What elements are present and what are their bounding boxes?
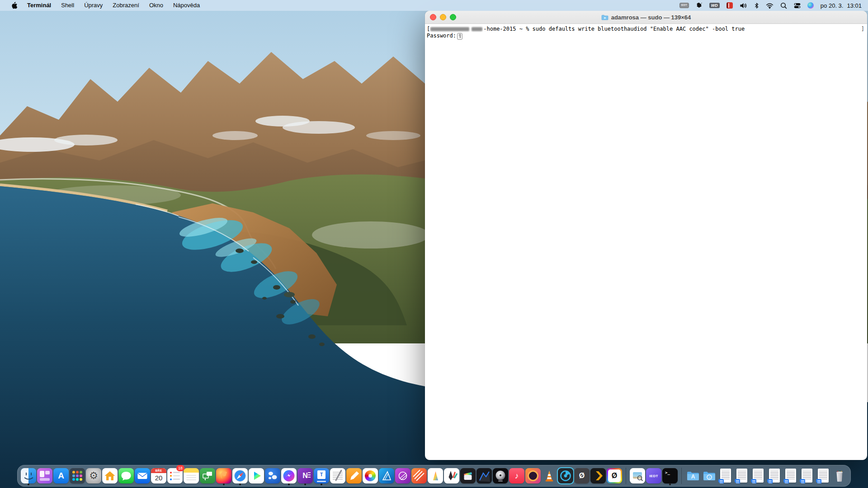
play-triangle-icon: [249, 468, 264, 483]
speed-gauge-icon: [558, 468, 573, 483]
dock-plex[interactable]: [590, 467, 606, 485]
terminal-content[interactable]: [-home-2015 ~ % sudo defaults write blue…: [425, 24, 867, 40]
siri-icon[interactable]: [807, 0, 814, 11]
dock-textedit[interactable]: [330, 467, 345, 485]
dock-trash[interactable]: [832, 467, 847, 485]
dock-affinity-designer[interactable]: [379, 467, 394, 485]
password-key-cursor: [457, 33, 462, 40]
clock-time: 13:01: [847, 2, 862, 9]
gear-icon: ⚙: [86, 468, 101, 483]
wifi-icon[interactable]: [766, 0, 774, 11]
control-center-icon[interactable]: [794, 0, 801, 11]
dock-calendar[interactable]: BŘE 20: [151, 467, 166, 485]
dock-play-app[interactable]: [249, 467, 264, 485]
terminal-window[interactable]: adamrosa — sudo — 139×64 [-home-2015 ~ %…: [425, 11, 867, 460]
zoom-button[interactable]: [450, 14, 456, 20]
plex-chevron-icon: [590, 468, 606, 483]
dock-document[interactable]: [799, 467, 815, 485]
dock-pages[interactable]: [346, 467, 362, 485]
terminal-password-line: Password:: [427, 33, 865, 40]
minimize-button[interactable]: [440, 14, 446, 20]
menu-shell[interactable]: Shell: [56, 0, 79, 11]
dock-preview[interactable]: [630, 467, 645, 485]
dock-photos[interactable]: [363, 467, 378, 485]
terminal-command-line: [-home-2015 ~ % sudo defaults write blue…: [427, 26, 865, 33]
text-document-icon: T: [314, 468, 329, 483]
dock-remote-desktop-app[interactable]: [200, 467, 215, 485]
dock-globe-browser-app[interactable]: [265, 467, 280, 485]
dock-downloads-folder[interactable]: ↓: [702, 467, 717, 485]
dock-disc-utility-app[interactable]: [493, 467, 508, 485]
dock-reminders[interactable]: 18: [167, 467, 183, 485]
dock-affinity-photo[interactable]: [395, 467, 410, 485]
o-slash-rainbow-icon: Ø: [607, 468, 622, 483]
dock-firefox[interactable]: [216, 467, 231, 485]
dock-pixelmator[interactable]: [428, 467, 443, 485]
dock-o-slash-light-app[interactable]: Ø: [607, 467, 622, 485]
dock-applications-folder[interactable]: A: [685, 467, 701, 485]
red-app-menubar-icon[interactable]: [726, 0, 733, 11]
dock-mail[interactable]: [135, 467, 150, 485]
remote-windows-icon: [200, 468, 215, 483]
dock-dark-angular-app[interactable]: [476, 467, 492, 485]
key-icon: [458, 34, 462, 38]
dock-pen-tool-app[interactable]: [444, 467, 459, 485]
home-icon: [102, 468, 118, 483]
dock-vlc[interactable]: [542, 467, 557, 485]
dock-finder[interactable]: [21, 467, 36, 485]
menubar-clock[interactable]: po 20. 3. 13:01: [821, 2, 862, 9]
dock-lens-app[interactable]: [525, 467, 541, 485]
dock-safari[interactable]: [232, 467, 248, 485]
dock-text-editor-app[interactable]: T: [314, 467, 329, 485]
menu-okno[interactable]: Okno: [144, 0, 168, 11]
menu-app-name[interactable]: Terminál: [22, 0, 56, 11]
menu-napoveda[interactable]: Nápověda: [168, 0, 205, 11]
password-prompt: Password:: [427, 33, 456, 39]
dock-document[interactable]: [734, 467, 750, 485]
dock-terminal[interactable]: >_: [662, 467, 678, 485]
dock-document[interactable]: [718, 467, 733, 485]
dock-window-tiles-app[interactable]: [37, 467, 52, 485]
dock-document[interactable]: [750, 467, 766, 485]
dock-iedt-app[interactable]: IEDT: [646, 467, 661, 485]
dock-onenote[interactable]: N: [297, 467, 313, 485]
dock-music[interactable]: ♪: [509, 467, 524, 485]
dock-separator: [681, 468, 682, 484]
splashtop-icon[interactable]: [696, 0, 703, 11]
terminal-titlebar[interactable]: adamrosa — sudo — 139×64: [425, 11, 867, 24]
dock: A ⚙ BŘE 20 18 N T: [17, 465, 851, 487]
photos-flower-icon: [363, 468, 378, 483]
apple-menu-icon[interactable]: [6, 1, 22, 9]
dock-launchpad[interactable]: [70, 467, 85, 485]
calendar-icon: BŘE 20: [151, 468, 166, 483]
menu-bar: Terminál Shell Úpravy Zobrazení Okno Náp…: [0, 0, 868, 11]
bluetooth-icon[interactable]: [754, 0, 759, 11]
dock-system-preferences[interactable]: ⚙: [86, 467, 101, 485]
dock-home[interactable]: [102, 467, 118, 485]
menu-zobrazeni[interactable]: Zobrazení: [108, 0, 144, 11]
dock-document[interactable]: [783, 467, 798, 485]
dock-messages[interactable]: [118, 467, 134, 485]
dock-o-slash-dark-app[interactable]: Ø: [574, 467, 590, 485]
clock-date: po 20. 3.: [821, 2, 844, 9]
dock-gauge-app[interactable]: [558, 467, 573, 485]
iedt-app-icon: IEDT: [646, 468, 661, 483]
menu-bar-status: IEDT WD po 20. 3. 13:01: [679, 0, 868, 11]
dock-document[interactable]: [816, 467, 831, 485]
dock-messenger[interactable]: [281, 467, 297, 485]
dock-affinity-publisher[interactable]: [411, 467, 427, 485]
menu-upravy[interactable]: Úpravy: [79, 0, 108, 11]
terminal-mark-close: ]: [861, 26, 864, 33]
volume-icon[interactable]: [740, 0, 747, 11]
dock-document[interactable]: [767, 467, 782, 485]
dock-final-cut-pro[interactable]: [460, 467, 476, 485]
dock-app-store[interactable]: A: [53, 467, 69, 485]
dock-notes[interactable]: [184, 467, 199, 485]
iedt-menubar-icon[interactable]: IEDT: [679, 0, 689, 11]
firefox-icon: [216, 468, 231, 483]
close-button[interactable]: [430, 14, 436, 20]
reminders-badge: 18: [176, 465, 184, 471]
chat-bubble-icon: [118, 468, 134, 483]
wd-menubar-icon[interactable]: WD: [709, 0, 720, 11]
spotlight-icon[interactable]: [780, 0, 787, 11]
